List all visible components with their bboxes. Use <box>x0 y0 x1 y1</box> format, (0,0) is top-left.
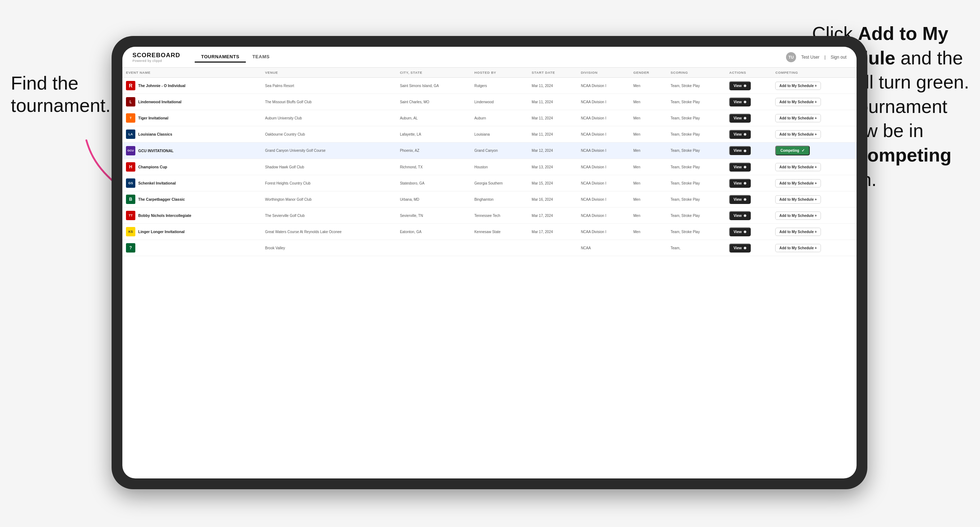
tab-tournaments[interactable]: TOURNAMENTS <box>195 52 246 63</box>
team-logo: GS <box>126 178 135 188</box>
team-logo: TT <box>126 211 135 220</box>
actions-cell: View ◉ <box>725 240 772 256</box>
gender-cell: Men <box>630 94 667 110</box>
actions-cell: View ◉ <box>725 159 772 175</box>
division-cell: NCAA Division I <box>577 78 630 94</box>
venue-cell: Sea Palms Resort <box>262 78 397 94</box>
col-venue: VENUE <box>262 68 397 78</box>
table-row: R The Johnnie - O Individual Sea Palms R… <box>123 78 857 94</box>
division-cell: NCAA <box>577 240 630 256</box>
divider: | <box>824 55 826 60</box>
start-date-cell: Mar 16, 2024 <box>528 191 577 208</box>
hosted-by-cell <box>471 240 528 256</box>
division-cell: NCAA Division I <box>577 175 630 191</box>
team-logo: B <box>126 195 135 204</box>
hosted-by-cell: Lindenwood <box>471 94 528 110</box>
city-state-cell: Lafayette, LA <box>396 126 471 143</box>
col-event-name: EVENT NAME <box>123 68 262 78</box>
hosted-by-cell: Binghamton <box>471 191 528 208</box>
city-state-cell: Sevierville, TN <box>396 208 471 224</box>
tablet-device: SCOREBOARD Powered by clippd TOURNAMENTS… <box>111 36 867 489</box>
annotation-left: Find the tournament. <box>11 72 111 117</box>
add-to-schedule-button[interactable]: Add to My Schedule + <box>775 98 821 106</box>
check-icon: ✓ <box>802 148 805 153</box>
actions-cell: View ◉ <box>725 126 772 143</box>
app-header: SCOREBOARD Powered by clippd TOURNAMENTS… <box>123 47 857 68</box>
add-to-schedule-button[interactable]: Add to My Schedule + <box>775 244 821 252</box>
venue-cell: Oakbourne Country Club <box>262 126 397 143</box>
hosted-by-cell: Rutgers <box>471 78 528 94</box>
table-row: LA Louisiana Classics Oakbourne Country … <box>123 126 857 143</box>
competing-cell: Add to My Schedule + <box>772 208 857 224</box>
view-button[interactable]: View ◉ <box>729 179 751 188</box>
view-button[interactable]: View ◉ <box>729 227 751 237</box>
event-name: Bobby Nichols Intercollegiate <box>138 213 191 217</box>
table-header-row: EVENT NAME VENUE CITY, STATE HOSTED BY S… <box>123 68 857 78</box>
signout-link[interactable]: Sign out <box>830 55 846 60</box>
start-date-cell: Mar 13, 2024 <box>528 159 577 175</box>
tab-teams[interactable]: TEAMS <box>246 52 276 63</box>
scoring-cell: Team, Stroke Play <box>667 110 725 126</box>
hosted-by-cell: Auburn <box>471 110 528 126</box>
competing-button[interactable]: Competing ✓ <box>775 146 810 156</box>
gender-cell: Men <box>630 110 667 126</box>
venue-cell: The Sevierville Golf Club <box>262 208 397 224</box>
scoring-cell: Team, Stroke Play <box>667 175 725 191</box>
gender-cell: Men <box>630 143 667 159</box>
city-state-cell: Saint Charles, MO <box>396 94 471 110</box>
view-button[interactable]: View ◉ <box>729 243 751 252</box>
view-button[interactable]: View ◉ <box>729 146 751 155</box>
add-to-schedule-button[interactable]: Add to My Schedule + <box>775 82 821 90</box>
table-row: H Champions Cup Shadow Hawk Golf ClubRic… <box>123 159 857 175</box>
add-to-schedule-button[interactable]: Add to My Schedule + <box>775 228 821 236</box>
view-button[interactable]: View ◉ <box>729 195 751 204</box>
eye-icon: ◉ <box>743 84 746 87</box>
division-cell: NCAA Division I <box>577 94 630 110</box>
logo-area: SCOREBOARD Powered by clippd <box>132 52 180 63</box>
eye-icon: ◉ <box>743 214 746 217</box>
scoring-cell: Team, Stroke Play <box>667 159 725 175</box>
start-date-cell <box>528 240 577 256</box>
view-button[interactable]: View ◉ <box>729 81 751 90</box>
add-to-schedule-button[interactable]: Add to My Schedule + <box>775 195 821 203</box>
start-date-cell: Mar 11, 2024 <box>528 126 577 143</box>
competing-cell: Add to My Schedule + <box>772 126 857 143</box>
tournaments-table: EVENT NAME VENUE CITY, STATE HOSTED BY S… <box>123 68 857 256</box>
view-button[interactable]: View ◉ <box>729 114 751 123</box>
add-to-schedule-button[interactable]: Add to My Schedule + <box>775 163 821 171</box>
eye-icon: ◉ <box>743 197 746 201</box>
city-state-cell: Eatonton, GA <box>396 224 471 240</box>
hosted-by-cell: Louisiana <box>471 126 528 143</box>
eye-icon: ◉ <box>743 149 746 152</box>
add-to-schedule-button[interactable]: Add to My Schedule + <box>775 179 821 187</box>
table-row: GS Schenkel Invitational Forest Heights … <box>123 175 857 191</box>
division-cell: NCAA Division I <box>577 208 630 224</box>
start-date-cell: Mar 11, 2024 <box>528 94 577 110</box>
actions-cell: View ◉ <box>725 208 772 224</box>
add-to-schedule-button[interactable]: Add to My Schedule + <box>775 130 821 138</box>
venue-cell: Worthington Manor Golf Club <box>262 191 397 208</box>
team-logo: L <box>126 97 135 106</box>
division-cell: NCAA Division I <box>577 126 630 143</box>
view-button[interactable]: View ◉ <box>729 130 751 139</box>
event-name: Lindenwood Invitational <box>138 100 181 104</box>
view-button[interactable]: View ◉ <box>729 163 751 171</box>
venue-cell: Auburn University Club <box>262 110 397 126</box>
scoring-cell: Team, Stroke Play <box>667 224 725 240</box>
event-name: GCU INVITATIONAL <box>138 149 173 153</box>
view-button[interactable]: View ◉ <box>729 211 751 220</box>
view-button[interactable]: View ◉ <box>729 97 751 106</box>
tablet-screen: SCOREBOARD Powered by clippd TOURNAMENTS… <box>123 47 857 478</box>
add-to-schedule-button[interactable]: Add to My Schedule + <box>775 114 821 122</box>
event-name: Louisiana Classics <box>138 132 172 137</box>
team-logo: R <box>126 81 135 90</box>
actions-cell: View ◉ <box>725 224 772 240</box>
competing-cell: Add to My Schedule + <box>772 175 857 191</box>
division-cell: NCAA Division I <box>577 159 630 175</box>
competing-cell: Competing ✓ <box>772 143 857 159</box>
actions-cell: View ◉ <box>725 191 772 208</box>
user-avatar: TU <box>786 52 796 62</box>
hosted-by-cell: Grand Canyon <box>471 143 528 159</box>
add-to-schedule-button[interactable]: Add to My Schedule + <box>775 211 821 220</box>
city-state-cell: Urbana, MD <box>396 191 471 208</box>
